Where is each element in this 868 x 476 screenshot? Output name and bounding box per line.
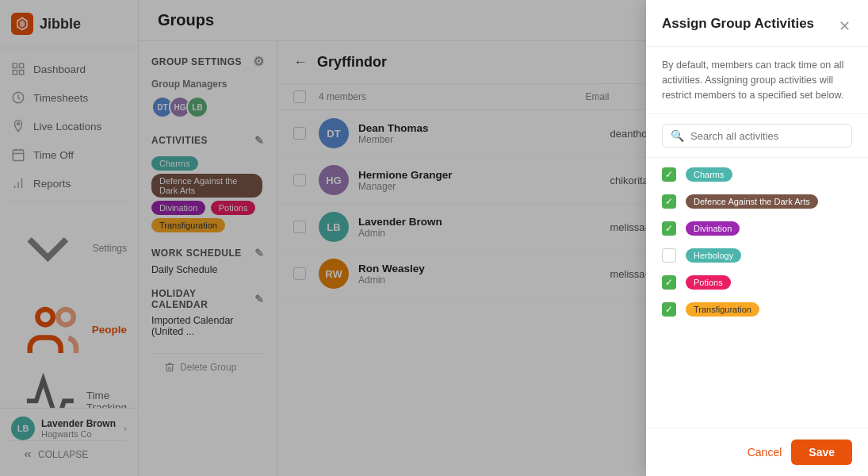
activity-checkbox-transfiguration[interactable]: ✓ — [662, 302, 676, 317]
activity-label-potions: Potions — [686, 275, 731, 290]
checkmark-defence: ✓ — [665, 196, 673, 207]
checkmark-charms: ✓ — [665, 169, 673, 180]
activity-row-potions: ✓ Potions — [662, 274, 852, 291]
cancel-button[interactable]: Cancel — [748, 446, 782, 459]
modal-search: 🔍 — [646, 114, 868, 158]
activity-label-divination: Divination — [686, 221, 740, 236]
activity-label-charms: Charms — [686, 167, 732, 182]
save-button[interactable]: Save — [791, 440, 852, 465]
modal-description: By default, members can track time on al… — [646, 47, 868, 114]
activity-label-herbology: Herbology — [686, 248, 741, 263]
assign-activities-modal: Assign Group Activities ✕ By default, me… — [646, 0, 868, 476]
activity-row-transfiguration: ✓ Transfiguration — [662, 301, 852, 318]
activity-checkbox-charms[interactable]: ✓ — [662, 167, 676, 182]
modal-activities-list: ✓ Charms ✓ Defence Against the Dark Arts… — [646, 158, 868, 428]
search-icon: 🔍 — [671, 129, 684, 142]
activity-row-defence: ✓ Defence Against the Dark Arts — [662, 193, 852, 210]
modal-close-button[interactable]: ✕ — [837, 16, 852, 36]
activity-label-defence: Defence Against the Dark Arts — [686, 194, 818, 209]
activity-checkbox-herbology[interactable] — [662, 248, 676, 263]
activity-checkbox-divination[interactable]: ✓ — [662, 221, 676, 236]
checkmark-potions: ✓ — [665, 277, 673, 288]
modal-header: Assign Group Activities ✕ — [646, 0, 868, 47]
activity-label-transfiguration: Transfiguration — [686, 302, 759, 317]
activity-row-charms: ✓ Charms — [662, 166, 852, 183]
search-input[interactable] — [690, 130, 843, 142]
checkmark-divination: ✓ — [665, 223, 673, 234]
checkmark-transfiguration: ✓ — [665, 304, 673, 315]
search-wrap: 🔍 — [662, 124, 852, 148]
activity-checkbox-potions[interactable]: ✓ — [662, 275, 676, 290]
modal-footer: Cancel Save — [646, 428, 868, 476]
activity-row-herbology: Herbology — [662, 247, 852, 264]
activity-checkbox-defence[interactable]: ✓ — [662, 194, 676, 209]
activity-row-divination: ✓ Divination — [662, 220, 852, 237]
modal-title: Assign Group Activities — [662, 16, 814, 32]
